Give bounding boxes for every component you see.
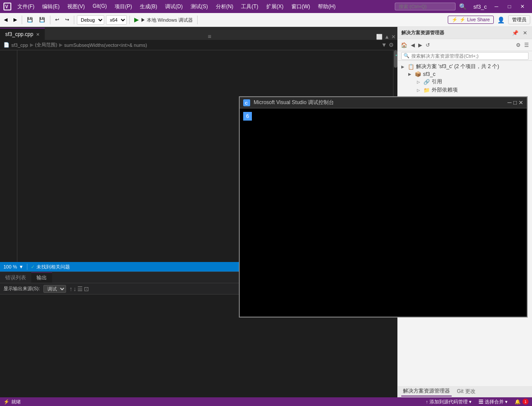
breadcrumb-settings-button[interactable]: ⚙	[389, 42, 394, 48]
account-icon[interactable]: 👤	[496, 16, 506, 23]
arrow-icon-project: ▶	[408, 72, 414, 76]
forward-button[interactable]: ▶	[11, 15, 19, 25]
br-tab-git[interactable]: Git 更改	[455, 387, 477, 396]
menu-file[interactable]: 文件(F)	[14, 2, 38, 11]
separator-5	[197, 16, 198, 24]
breadcrumb-bar: 📄 sf3_cpp ▶ (全局范围) ▶ sumSubseqWidths(vec…	[0, 40, 397, 50]
panel-maximize-button[interactable]: ▲	[384, 34, 390, 40]
panel-pin-button[interactable]: 📌	[511, 30, 520, 36]
search-input[interactable]	[395, 3, 456, 10]
ext-node[interactable]: ▷ 📁 外部依赖项	[400, 86, 530, 94]
panel-header-buttons: 📌 ✕	[511, 30, 529, 36]
menu-test[interactable]: 测试(S)	[187, 2, 211, 11]
br-tab-solution[interactable]: 解决方案资源管理器	[401, 386, 452, 396]
minimize-button[interactable]: ─	[490, 2, 502, 11]
save-button[interactable]: 💾	[25, 15, 35, 25]
search-box-container: 🔍	[401, 52, 529, 60]
output-tb-btn-4[interactable]: ⊡	[84, 285, 89, 292]
solution-search-input[interactable]	[411, 53, 526, 59]
save-all-button[interactable]: 💾	[37, 15, 47, 25]
breadcrumb-expand-button[interactable]: ▼	[381, 42, 387, 48]
sol-toolbar-btn-3[interactable]: ▶	[417, 42, 423, 48]
sol-toolbar-settings[interactable]: ⚙	[515, 42, 522, 48]
redo-button[interactable]: ↪	[63, 15, 71, 25]
console-titlebar: C Microsoft Visual Studio 调试控制台 ─ □ ✕	[240, 97, 527, 108]
status-notification[interactable]: 🔔 1	[515, 399, 529, 405]
editor-tab-sf3[interactable]: sf3_cpp.cpp ✕	[0, 28, 45, 40]
console-minimize-button[interactable]: ─	[507, 99, 511, 106]
menu-project[interactable]: 项目(P)	[111, 2, 135, 11]
panel-close-btn[interactable]: ✕	[522, 30, 529, 36]
panel-split-button[interactable]: ⬜	[376, 34, 383, 40]
config-select[interactable]: Debug	[77, 15, 104, 25]
solution-label: 解决方案 'sf3_c' (2 个项目，共 2 个)	[416, 63, 499, 70]
output-tb-btn-3[interactable]: ☰	[77, 285, 83, 292]
window-controls: ─ □ ✕	[490, 2, 529, 11]
platform-select[interactable]: x64	[106, 15, 127, 25]
status-vcs[interactable]: ↑ 添加到源代码管理 ▾	[426, 399, 472, 405]
console-maximize-button[interactable]: □	[513, 99, 517, 106]
sol-toolbar-btn-2[interactable]: ◀	[410, 42, 416, 48]
solution-explorer-header: 解决方案资源管理器 📌 ✕	[398, 27, 532, 39]
bottom-tab-errors[interactable]: 错误列表	[0, 272, 31, 283]
restore-button[interactable]: □	[503, 2, 515, 11]
zoom-expand-icon: ▼	[19, 264, 23, 269]
sol-toolbar-filter[interactable]: ☰	[523, 42, 530, 48]
source-select[interactable]: 调试	[43, 285, 66, 293]
live-share-button[interactable]: ⚡ ⚡ Live Share	[448, 16, 494, 24]
status-ready: ⚡ 就绪	[3, 399, 21, 405]
bc-file-label: sf3_cpp	[11, 43, 28, 48]
ext-icon: 📁	[423, 87, 430, 93]
status-ready-icon: ⚡	[3, 399, 10, 405]
output-tb-btn-1[interactable]: ↑	[69, 285, 73, 292]
output-tb-btn-2[interactable]: ↓	[73, 285, 76, 292]
back-button[interactable]: ◀	[2, 15, 10, 25]
tab-filename: sf3_cpp.cpp	[5, 31, 33, 37]
menu-help[interactable]: 帮助(H)	[314, 2, 339, 11]
manage-button[interactable]: 管理员	[508, 15, 530, 24]
undo-button[interactable]: ↩	[53, 15, 61, 25]
search-icon: 🔍	[403, 53, 410, 59]
output-toolbar-buttons: ↑ ↓ ☰ ⊡	[69, 285, 89, 292]
menu-edit[interactable]: 编辑(E)	[39, 2, 63, 11]
title-bar: V 文件(F) 编辑(E) 视图(V) Git(G) 项目(P) 生成(B) 调…	[0, 0, 532, 13]
status-bar: ⚡ 就绪 ↑ 添加到源代码管理 ▾ ☰ 选择合并 ▾ 🔔 1	[0, 397, 532, 406]
app-wrapper: V 文件(F) 编辑(E) 视图(V) Git(G) 项目(P) 生成(B) 调…	[0, 0, 532, 406]
ref-node[interactable]: ▷ 🔗 引用	[400, 78, 530, 86]
separator-4	[129, 16, 130, 24]
menu-tools[interactable]: 工具(T)	[238, 2, 261, 11]
console-close-button[interactable]: ✕	[519, 99, 523, 106]
menu-git[interactable]: Git(G)	[89, 2, 110, 11]
close-button[interactable]: ✕	[516, 2, 529, 11]
menu-build[interactable]: 生成(B)	[136, 2, 161, 11]
menu-view[interactable]: 视图(V)	[64, 2, 88, 11]
solution-root-node[interactable]: ▶ 📋 解决方案 'sf3_c' (2 个项目，共 2 个)	[400, 62, 530, 71]
sol-toolbar-btn-4[interactable]: ↺	[424, 42, 431, 48]
solution-icon: 📋	[407, 64, 414, 70]
menu-debug[interactable]: 调试(D)	[162, 2, 186, 11]
status-check: ✓ 未找到相关问题	[31, 264, 70, 270]
project-node[interactable]: ▶ 📦 sf3_c	[400, 71, 530, 78]
tab-close-icon[interactable]: ✕	[36, 32, 40, 37]
arrow-icon-ref: ▷	[417, 80, 423, 84]
status-merge[interactable]: ☰ 选择合并 ▾	[479, 399, 508, 405]
console-window: C Microsoft Visual Studio 调试控制台 ─ □ ✕ 6	[239, 96, 528, 318]
separator	[27, 264, 27, 270]
tab-expand-button[interactable]: ≡	[208, 33, 211, 40]
zoom-value: 100 %	[3, 264, 17, 269]
bottom-tab-output[interactable]: 输出	[31, 272, 52, 283]
console-body: 6	[240, 108, 527, 317]
panel-close-button[interactable]: ✕	[391, 34, 396, 40]
run-button[interactable]: ▶ ▶ 本地 Windows 调试器	[132, 15, 195, 25]
bc-file[interactable]: 📄 sf3_cpp	[3, 42, 28, 48]
console-output-number: 6	[243, 112, 523, 121]
zoom-level[interactable]: 100 % ▼	[3, 264, 23, 269]
bottom-right-tabs: 解决方案资源管理器 Git 更改	[398, 386, 532, 397]
bc-function[interactable]: sumSubseqWidths(vector<int>& nums)	[64, 43, 147, 48]
sol-toolbar-btn-1[interactable]: 🏠	[400, 42, 409, 48]
menu-extensions[interactable]: 扩展(X)	[263, 2, 287, 11]
menu-window[interactable]: 窗口(W)	[288, 2, 314, 11]
green-dot-1	[396, 55, 397, 56]
bc-scope[interactable]: (全局范围)	[35, 42, 57, 48]
menu-analyze[interactable]: 分析(N)	[212, 2, 237, 11]
